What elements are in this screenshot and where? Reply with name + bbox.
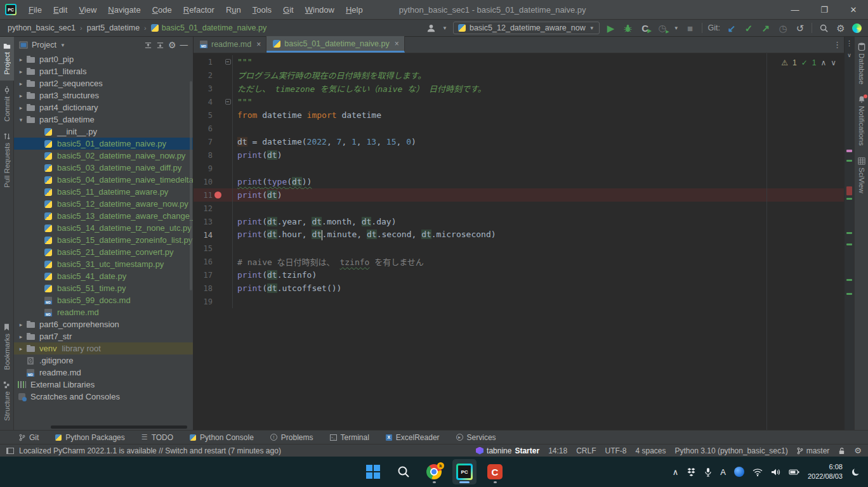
run-configuration-select[interactable]: basic5_12_datetime_aware_now ▼	[453, 22, 600, 34]
collapse-all-icon[interactable]	[156, 41, 164, 49]
code-editor[interactable]: 1−"""2プログラム実行時の現在の日付時刻を取得します。3ただし、 timez…	[194, 53, 844, 430]
run-with-coverage-button[interactable]: C▶	[640, 22, 651, 34]
tool-button-problems[interactable]: ! Problems	[270, 433, 313, 442]
project-vertical-scrollbar[interactable]	[190, 81, 192, 290]
code-text[interactable]: print(dt)	[233, 190, 282, 200]
window-layout-icon[interactable]	[6, 448, 14, 454]
code-line-8[interactable]: 8print(dt)	[194, 148, 844, 162]
menu-window[interactable]: Window	[299, 2, 340, 18]
code-line-14[interactable]: 14print(dt.hour, dt.minute, dt.second, d…	[194, 228, 844, 242]
line-number[interactable]: 12	[194, 204, 213, 213]
stripe-menu-icon[interactable]: ⋮	[845, 39, 854, 48]
tree-item-basic5-31-utc-timestamp-py[interactable]: basic5_31_utc_timestamp.py	[14, 258, 193, 270]
code-text[interactable]: """	[233, 57, 252, 67]
line-number[interactable]: 15	[194, 244, 213, 253]
caret-position[interactable]: 14:18	[548, 446, 567, 455]
tool-button-commit[interactable]: Commit	[3, 81, 11, 127]
tray-app-icon[interactable]	[734, 467, 744, 477]
git-commit-button[interactable]: ✓	[743, 22, 754, 34]
line-number[interactable]: 1	[194, 58, 213, 67]
code-line-12[interactable]: 12	[194, 202, 844, 215]
menu-tools[interactable]: Tools	[247, 2, 277, 18]
menu-run[interactable]: Run	[220, 2, 247, 18]
microphone-icon[interactable]	[704, 467, 712, 477]
tree-item-scratches-and-consoles[interactable]: Scratches and Consoles	[14, 391, 193, 403]
chevron-collapsed-icon[interactable]: ▸	[16, 346, 25, 352]
code-line-18[interactable]: 18print(dt.utcoffset())	[194, 282, 844, 295]
code-line-16[interactable]: 16# naive な日付時刻は、 tzinfo を有しません	[194, 255, 844, 268]
tool-button-todo[interactable]: ☰ TODO	[141, 433, 173, 442]
tree-item-basic5-04-datetime-naive-timedelta-py[interactable]: basic5_04_datetime_naive_timedelta.py	[14, 174, 193, 186]
chevron-collapsed-icon[interactable]: ▸	[16, 321, 25, 328]
breadcrumb-item-part5-datetime[interactable]: part5_datetime	[87, 23, 140, 32]
tab-close-icon[interactable]: ×	[256, 40, 261, 49]
tree-item-venv[interactable]: ▸venvlibrary root	[14, 342, 193, 354]
tree-item-init-py[interactable]: __init__.py	[14, 126, 193, 138]
battery-icon[interactable]	[789, 468, 799, 476]
code-line-4[interactable]: 4−"""	[194, 95, 844, 108]
tree-item-basic5-12-datetime-aware-now-py[interactable]: basic5_12_datetime_aware_now.py	[14, 198, 193, 210]
breakpoint-gutter[interactable]	[213, 192, 223, 198]
stop-button[interactable]: ■	[685, 22, 696, 34]
ime-indicator[interactable]: A	[720, 467, 726, 477]
line-number[interactable]: 19	[194, 297, 213, 306]
taskbar-camtasia-button[interactable]: C	[483, 459, 507, 484]
tool-button-structure[interactable]: Structure	[3, 375, 11, 430]
tree-item-gitignore[interactable]: .gitignore	[14, 354, 193, 367]
line-number[interactable]: 4	[194, 98, 213, 107]
taskbar-search-button[interactable]	[391, 459, 416, 484]
select-opened-file-icon[interactable]	[144, 41, 152, 49]
inspections-widget[interactable]: ⚠1 ✓1 ∧ ∨	[781, 58, 836, 67]
tool-button-database[interactable]: Database	[858, 37, 865, 90]
tool-button-git[interactable]: Git	[19, 433, 39, 442]
code-line-11[interactable]: 11print(dt)	[194, 188, 844, 202]
stripe-chevron-icon[interactable]: ∨	[845, 52, 854, 58]
code-line-3[interactable]: 3ただし、 timezone を気にしない（naive な） 日付時刻です。	[194, 82, 844, 95]
code-text[interactable]: プログラム実行時の現在の日付時刻を取得します。	[233, 69, 426, 81]
tree-item-basic5-11-datetime-aware-py[interactable]: basic5_11_datetime_aware.py	[14, 186, 193, 198]
line-number[interactable]: 2	[194, 71, 213, 80]
menu-code[interactable]: Code	[147, 2, 178, 18]
chevron-collapsed-icon[interactable]: ▸	[16, 68, 25, 75]
line-number[interactable]: 10	[194, 178, 213, 186]
tree-item-basic5-02-datetime-naive-now-py[interactable]: basic5_02_datetime_naive_now.py	[14, 150, 193, 162]
tree-item-part0-pip[interactable]: ▸part0_pip	[14, 53, 193, 65]
menu-edit[interactable]: Edit	[48, 2, 73, 18]
tool-button-pull-requests[interactable]: Pull Requests	[3, 127, 11, 193]
tree-item-basic5-13-datetime-aware-change-tz-py[interactable]: basic5_13_datetime_aware_change_tz.py	[14, 210, 193, 222]
editor-scroll-stripe[interactable]: ⋮ ∨	[844, 37, 854, 430]
python-interpreter[interactable]: Python 3.10 (python_basic_sec1)	[675, 446, 788, 455]
breadcrumb-item-python-basic-sec1[interactable]: python_basic_sec1	[8, 23, 76, 32]
line-number[interactable]: 14	[194, 231, 213, 240]
tree-item-basic5-03-datetime-naive-diff-py[interactable]: basic5_03_datetime_naive_diff.py	[14, 162, 193, 174]
menu-git[interactable]: Git	[277, 2, 299, 18]
line-number[interactable]: 8	[194, 151, 213, 160]
tool-button-project[interactable]: Project	[0, 37, 14, 81]
run-button[interactable]: ▶	[605, 22, 617, 34]
editor-tab-readme-md[interactable]: readme.md×	[194, 36, 266, 53]
code-text[interactable]: print(dt.tzinfo)	[233, 270, 317, 280]
tree-item-part3-structures[interactable]: ▸part3_structures	[14, 89, 193, 101]
chevron-collapsed-icon[interactable]: ▸	[16, 334, 25, 340]
menu-refactor[interactable]: Refactor	[178, 2, 220, 18]
fold-marker[interactable]: −	[223, 95, 233, 108]
editor-settings-gear-icon[interactable]: ⚙	[854, 446, 862, 455]
line-number[interactable]: 18	[194, 284, 213, 293]
hide-panel-icon[interactable]: —	[180, 41, 188, 49]
tree-item-external-libraries[interactable]: External Libraries	[14, 379, 193, 391]
speaker-icon[interactable]	[771, 468, 780, 476]
indent-style[interactable]: 4 spaces	[636, 446, 666, 455]
code-line-17[interactable]: 17print(dt.tzinfo)	[194, 268, 844, 282]
next-problem-icon[interactable]: ∨	[831, 58, 836, 67]
code-text[interactable]: dt = datetime(2022, 7, 1, 13, 15, 0)	[233, 137, 416, 146]
menu-view[interactable]: View	[73, 2, 102, 18]
prev-problem-icon[interactable]: ∧	[820, 58, 826, 67]
code-text[interactable]: print(dt.hour, dt.minute, dt.second, dt.…	[233, 230, 496, 240]
menu-help[interactable]: Help	[340, 2, 369, 18]
tab-options-icon[interactable]: ⋮	[833, 40, 841, 49]
scroll-marker-3[interactable]	[846, 198, 852, 200]
code-text[interactable]: ただし、 timezone を気にしない（naive な） 日付時刻です。	[233, 82, 486, 94]
fold-toggle-icon[interactable]: −	[225, 99, 231, 105]
line-separator[interactable]: CRLF	[576, 446, 596, 455]
line-number[interactable]: 11	[194, 191, 213, 200]
